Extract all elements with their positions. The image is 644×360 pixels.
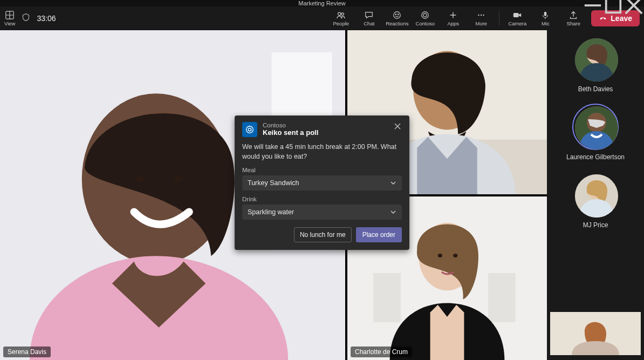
apps-button[interactable]: Apps	[440, 6, 467, 30]
poll-drink-label: Drink	[242, 196, 402, 202]
close-icon	[394, 123, 401, 130]
poll-app-name: Contoso	[263, 122, 388, 128]
poll-meal-select[interactable]: Turkey Sandwich	[242, 175, 402, 191]
participant-roster: Beth Davies Laurence Gilbertson MJ Price	[547, 30, 644, 360]
avatar	[575, 106, 618, 150]
camera-button-label: Camera	[508, 21, 526, 26]
people-button[interactable]: People	[327, 6, 354, 30]
more-button-label: More	[475, 21, 487, 26]
roster-item-name: Beth Davies	[578, 85, 613, 93]
people-button-label: People	[333, 21, 350, 26]
poll-title: Keiko sent a poll	[263, 128, 388, 137]
svg-point-31	[248, 128, 251, 131]
poll-message: We will take a 45 min lunch break at 2:0…	[242, 142, 402, 161]
view-button-label: View	[4, 21, 15, 26]
share-button-label: Share	[567, 21, 580, 26]
contoso-app-icon	[242, 122, 257, 137]
mic-button[interactable]: Mic	[532, 6, 559, 30]
avatar	[575, 174, 618, 218]
svg-rect-0	[606, 0, 621, 12]
poll-meal-value: Turkey Sandwich	[248, 179, 299, 187]
svg-rect-13	[544, 12, 547, 16]
contoso-app-button-label: Contoso	[416, 21, 435, 26]
chevron-down-icon	[390, 180, 396, 186]
camera-button[interactable]: Camera	[504, 6, 531, 30]
svg-rect-26	[373, 273, 401, 322]
window-minimize-button[interactable]	[583, 0, 603, 11]
poll-dialog: Contoso Keiko sent a poll We will take a…	[235, 116, 409, 250]
poll-drink-select[interactable]: Sparkling water	[242, 205, 402, 220]
poll-meal-label: Meal	[242, 167, 402, 173]
poll-drink-value: Sparkling water	[248, 208, 294, 216]
mic-button-label: Mic	[542, 21, 550, 26]
svg-point-28	[438, 254, 442, 257]
svg-point-22	[435, 85, 440, 90]
svg-point-10	[481, 15, 482, 16]
roster-item[interactable]: Beth Davies	[572, 36, 619, 93]
meeting-toolbar: View 33:06 People Chat Reactions	[0, 6, 644, 30]
meeting-window: Marketing Review View 33:06	[0, 0, 644, 360]
poll-close-button[interactable]	[393, 122, 402, 132]
poll-submit-button[interactable]: Place order	[356, 227, 402, 242]
participant-name-chip: Serena Davis	[3, 347, 51, 357]
roster-item[interactable]: Laurence Gilbertson	[566, 104, 625, 161]
svg-point-11	[483, 15, 484, 16]
svg-rect-12	[513, 13, 519, 17]
chat-button-label: Chat	[364, 21, 374, 26]
svg-point-4	[394, 12, 401, 19]
view-button[interactable]: View	[4, 10, 15, 26]
apps-button-label: Apps	[447, 21, 459, 26]
roster-overflow-tile[interactable]	[550, 312, 641, 355]
meeting-timer: 33:06	[37, 14, 56, 23]
window-controls	[583, 0, 644, 11]
svg-point-3	[341, 13, 344, 16]
svg-point-6	[398, 14, 399, 15]
toolbar-separator	[499, 11, 499, 25]
svg-point-9	[478, 15, 479, 16]
chat-button[interactable]: Chat	[355, 6, 382, 30]
svg-point-7	[422, 12, 429, 19]
svg-rect-25	[488, 273, 516, 322]
video-grid: Serena Davis	[0, 30, 547, 360]
svg-point-29	[453, 254, 457, 257]
roster-item-name: Laurence Gilbertson	[566, 153, 625, 161]
window-maximize-button[interactable]	[603, 0, 624, 11]
svg-point-30	[246, 126, 254, 133]
meeting-stage: Serena Davis	[0, 30, 644, 360]
roster-item-name: MJ Price	[583, 221, 608, 229]
reactions-button-label: Reactions	[386, 21, 408, 26]
svg-point-2	[338, 12, 341, 15]
svg-point-8	[423, 13, 427, 17]
window-close-button[interactable]	[624, 0, 644, 11]
privacy-shield-button[interactable]	[22, 13, 30, 24]
contoso-app-button[interactable]: Contoso	[412, 6, 439, 30]
poll-decline-button[interactable]: No lunch for me	[294, 227, 352, 242]
titlebar: Marketing Review	[0, 0, 644, 6]
chevron-down-icon	[390, 209, 396, 215]
svg-point-17	[135, 176, 144, 181]
more-button[interactable]: More	[468, 6, 495, 30]
svg-point-23	[455, 85, 461, 90]
roster-item[interactable]: MJ Price	[572, 172, 619, 229]
svg-point-18	[174, 176, 182, 181]
reactions-button[interactable]: Reactions	[383, 6, 410, 30]
participant-name-chip: Charlotte de Crum	[351, 347, 412, 357]
meeting-title: Marketing Review	[298, 0, 345, 6]
svg-point-5	[395, 14, 396, 15]
avatar	[575, 38, 618, 81]
